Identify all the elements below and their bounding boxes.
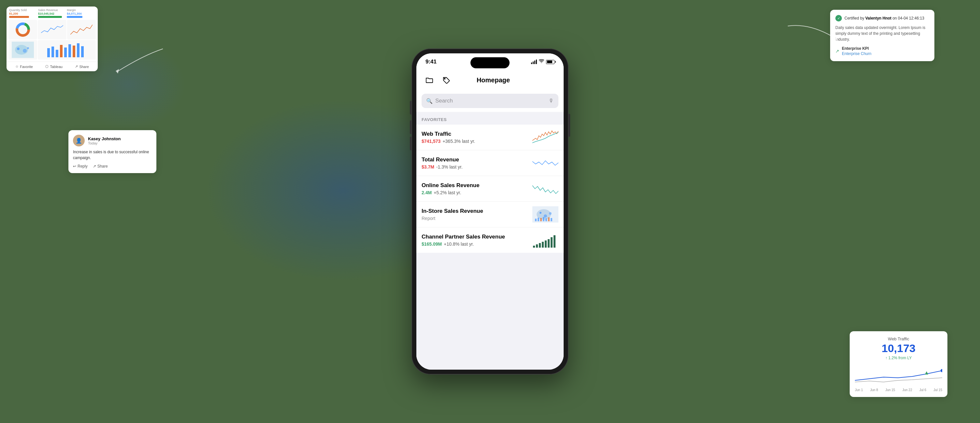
search-placeholder: Search <box>435 98 546 104</box>
favorite-button[interactable]: ☆ Favorite <box>15 65 33 69</box>
x-label-5: Jul 6 <box>920 388 926 392</box>
svg-rect-35 <box>536 244 538 248</box>
x-label-6: Jul 15 <box>934 388 942 392</box>
svg-rect-41 <box>554 235 555 248</box>
svg-rect-14 <box>73 46 75 57</box>
svg-rect-16 <box>81 46 84 57</box>
total-revenue-change: -1.3% last yr. <box>436 164 463 170</box>
chart-cell-5 <box>38 40 96 60</box>
metric-quantity: Quantity Sold 81,200 <box>9 8 37 18</box>
svg-rect-38 <box>545 241 547 248</box>
chart-cell-1 <box>8 20 37 40</box>
cert-description: Daily sales data updated overmight. Lore… <box>835 25 929 42</box>
online-sales-value: 2.4M <box>422 190 432 195</box>
dashboard-footer: ☆ Favorite ⬡ Tableau ↗ Share <box>6 62 98 71</box>
nav-icons <box>424 75 452 85</box>
svg-rect-12 <box>64 48 67 57</box>
svg-rect-31 <box>546 218 547 221</box>
channel-sales-value: $165.09M <box>422 241 442 247</box>
x-label-4: Jun 22 <box>902 388 912 392</box>
status-icons <box>531 59 555 65</box>
total-revenue-value: $3.7M <box>422 164 434 170</box>
avatar: 👤 <box>73 135 85 146</box>
svg-point-20 <box>940 369 942 372</box>
check-icon: ✓ <box>835 15 842 22</box>
svg-rect-39 <box>548 239 550 248</box>
folder-button[interactable] <box>424 75 434 85</box>
svg-rect-10 <box>56 50 58 57</box>
share-comment-icon: ↗ <box>93 164 96 168</box>
search-container: 🔍 Search 🎙 <box>416 90 564 112</box>
share-comment-button[interactable]: ↗ Share <box>93 164 108 168</box>
item-title-channel-sales: Channel Partner Sales Revenue <box>422 234 528 240</box>
list-item-online-sales[interactable]: Online Sales Revenue 2.4M +5.2% last yr. <box>416 176 564 202</box>
wt-change: ↑ 1.2% from LY <box>855 356 942 360</box>
reply-button[interactable]: ↩ Reply <box>73 164 88 168</box>
list-item-total-revenue[interactable]: Total Revenue $3.7M -1.3% last yr. <box>416 151 564 176</box>
online-sales-change: +5.2% last yr. <box>434 190 461 195</box>
svg-rect-13 <box>68 44 71 57</box>
svg-rect-30 <box>543 217 544 221</box>
web-traffic-card: Web Traffic 10,173 ↑ 1.2% from LY Jun 1 … <box>850 331 947 397</box>
nav-bar: Homepage <box>416 70 564 90</box>
online-sales-chart <box>532 181 558 197</box>
svg-point-6 <box>23 49 27 53</box>
svg-rect-33 <box>550 218 552 221</box>
instore-subtitle: Report <box>422 216 435 221</box>
svg-rect-11 <box>60 45 62 57</box>
comment-actions: ↩ Reply ↗ Share <box>73 164 152 168</box>
cert-footer: ↗ Enterprise KPI Enterprise Churn <box>835 46 929 56</box>
svg-point-24 <box>539 212 541 214</box>
dynamic-island <box>471 57 509 68</box>
certified-card: ✓ Certified by Valentyn Hnot on 04-04 12… <box>830 10 934 61</box>
comment-time: Today <box>88 141 152 145</box>
list-item-web-traffic[interactable]: Web Traffic $741,573 +365.3% last yr. <box>416 125 564 151</box>
x-label-2: Jun 8 <box>870 388 878 392</box>
certified-by-text: Certified by Valentyn Hnot on 04-04 12:4… <box>845 16 924 21</box>
tableau-button[interactable]: ⬡ Tableau <box>45 65 62 69</box>
list-item-channel-sales[interactable]: Channel Partner Sales Revenue $165.09M +… <box>416 227 564 253</box>
metric-margin: Margin $4,071,304 <box>67 8 95 18</box>
kpi-link[interactable]: Enterprise Churn <box>842 51 872 56</box>
svg-point-26 <box>549 212 552 215</box>
web-traffic-change: +365.3% last yr. <box>442 139 475 144</box>
instore-sales-chart <box>532 206 558 223</box>
battery-icon <box>546 60 555 64</box>
svg-marker-17 <box>116 69 119 73</box>
svg-rect-29 <box>540 218 542 221</box>
item-title-web-traffic: Web Traffic <box>422 131 528 137</box>
channel-sales-chart <box>532 232 558 248</box>
favorites-section-header: FAVORITES <box>416 112 564 125</box>
phone-frame: 9:41 <box>412 49 568 374</box>
tag-button[interactable] <box>441 75 452 85</box>
wt-chart <box>855 364 942 387</box>
list-item-instore-sales[interactable]: In-Store Sales Revenue Report <box>416 202 564 227</box>
wt-value: 10,173 <box>855 343 942 354</box>
chart-cell-2 <box>38 20 67 40</box>
share-icon: ↗ <box>75 65 78 69</box>
share-button[interactable]: ↗ Share <box>75 65 89 69</box>
star-icon: ☆ <box>15 65 19 69</box>
up-arrow-icon: ↑ <box>885 356 887 360</box>
comment-card: 👤 Kasey Johnston Today Increase in sales… <box>68 130 156 173</box>
dashboard-charts <box>6 19 98 62</box>
web-traffic-value: $741,573 <box>422 139 441 144</box>
search-bar[interactable]: 🔍 Search 🎙 <box>422 94 558 108</box>
wifi-icon <box>539 59 544 65</box>
chart-cell-3 <box>67 20 96 40</box>
tableau-icon: ⬡ <box>45 65 49 69</box>
comment-text: Increase in sales is due to successful o… <box>73 149 152 161</box>
mic-icon: 🎙 <box>549 98 554 104</box>
wt-change-value: 1.2% from LY <box>888 356 912 360</box>
chart-cell-4 <box>8 40 37 60</box>
web-traffic-chart <box>532 129 558 146</box>
svg-rect-9 <box>51 46 54 57</box>
svg-rect-15 <box>77 43 80 57</box>
arrow-1 <box>91 42 173 81</box>
search-icon: 🔍 <box>426 98 433 104</box>
reply-icon: ↩ <box>73 164 76 168</box>
item-title-total-revenue: Total Revenue <box>422 157 528 163</box>
svg-rect-40 <box>550 237 552 248</box>
x-label-1: Jun 1 <box>855 388 863 392</box>
svg-rect-37 <box>542 242 544 248</box>
